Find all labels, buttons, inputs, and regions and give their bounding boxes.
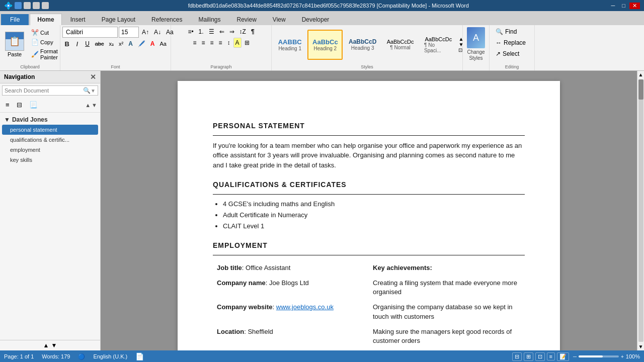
nav-close-btn[interactable]: ✕ [90,73,96,81]
scroll-down-btn[interactable]: ▼ [637,343,644,350]
tab-view[interactable]: View [265,14,293,25]
nav-controls[interactable]: ✕ [90,73,96,81]
strikethrough-btn[interactable]: abc [93,39,106,49]
align-left-btn[interactable]: ≡ [191,38,198,48]
scroll-up-btn[interactable]: ▲ [637,71,644,78]
scroll-thumb[interactable] [638,79,643,100]
multilevel-btn[interactable]: ☰ [207,27,216,37]
sort-btn[interactable]: ↕Z [237,27,248,37]
style-heading1[interactable]: AABBC Heading 1 [274,30,306,60]
replace-button[interactable]: ↔ Replace [492,38,530,48]
style-heading3[interactable]: AaBbCcD Heading 3 [344,30,381,60]
superscript-btn[interactable]: x² [117,39,125,49]
nav-search-box[interactable]: 🔍 ▼ [2,85,98,96]
outline-view-btn[interactable]: ≡ [547,352,555,360]
nav-item-qualifications[interactable]: qualifications & certific... [2,135,98,145]
window-controls[interactable]: ─ □ ✕ [608,3,640,9]
cut-button[interactable]: ✂️ Cut [29,29,60,37]
zoom-in-btn[interactable]: + [621,354,624,359]
nav-view-headings[interactable]: ≡ [3,100,12,110]
nav-scroll-btns[interactable]: ▲ ▼ [0,340,100,350]
underline-button[interactable]: U [83,39,92,49]
change-styles-button[interactable]: A ChangeStyles [463,25,490,70]
zoom-slider[interactable] [579,355,619,357]
styles-scroll[interactable]: ▲ ▼ ⊡ [458,36,463,53]
paste-button[interactable]: 📋 Paste [2,31,27,58]
layout-view-icon[interactable]: 📄 [135,352,144,360]
print-layout-btn[interactable]: ⊟ [512,352,522,361]
nav-item-employment[interactable]: employment [2,145,98,155]
nav-view-pages[interactable]: ⊟ [14,100,25,110]
copy-button[interactable]: 📄 Copy [29,38,60,46]
nav-down-arrow[interactable]: ▼ [92,102,97,108]
tab-file[interactable]: File [1,14,29,25]
italic-button[interactable]: I [72,39,82,49]
tab-references[interactable]: References [144,14,190,25]
nav-scroll-up-btn[interactable]: ▲ [43,342,49,349]
numbering-btn[interactable]: 1. [197,27,206,37]
nav-item-key-skills[interactable]: key skills [2,155,98,165]
tab-mailings[interactable]: Mailings [191,14,228,25]
select-button[interactable]: ↗ Select [492,49,523,59]
search-input[interactable] [5,87,83,94]
draft-view-btn[interactable]: 📝 [557,352,569,361]
style-heading2[interactable]: AaBbCc Heading 2 [307,30,343,60]
scroll-track[interactable] [638,79,643,342]
editing-group: 🔍 Find ↔ Replace ↗ Select Editing [490,25,535,70]
style-nospace[interactable]: AaBbCcDc ¶ No Spaci... [420,30,457,60]
word-count: Words: 179 [42,353,70,359]
nav-author-header[interactable]: ▼ David Jones [2,115,98,125]
decrease-indent-btn[interactable]: ⇐ [217,27,226,37]
style-normal[interactable]: AaBbCcDc ¶ Normal [382,30,418,60]
increase-indent-btn[interactable]: ⇒ [227,27,236,37]
tab-home[interactable]: Home [30,14,61,25]
subscript-btn[interactable]: x₂ [107,39,116,49]
company-website-link[interactable]: www.joeblogs.co.uk [276,303,334,311]
web-layout-btn[interactable]: ⊡ [535,352,545,361]
tab-insert[interactable]: Insert [63,14,93,25]
font-grow-btn[interactable]: A↑ [140,27,151,37]
borders-btn[interactable]: ⊞ [243,38,252,48]
nav-up-arrow[interactable]: ▲ [85,102,91,108]
nav-scroll-down-btn[interactable]: ▼ [51,342,57,349]
styles-group: AABBC Heading 1 AaBbCc Heading 2 AaBbCcD… [272,25,463,70]
font-shrink-btn[interactable]: A↓ [152,27,163,37]
tab-developer[interactable]: Developer [294,14,337,25]
minimize-btn[interactable]: ─ [608,3,618,9]
font-name-input[interactable] [62,27,118,38]
proofing-icon[interactable]: 🔵 [78,353,85,360]
zoom-bar[interactable]: ─ + 100% [573,353,640,359]
nav-item-personal-statement[interactable]: personal statement [2,125,98,135]
search-dropdown-icon[interactable]: ▼ [91,88,96,94]
char-spacing-btn[interactable]: Aa [158,39,169,49]
show-hide-btn[interactable]: ¶ [249,27,257,37]
tab-review[interactable]: Review [229,14,264,25]
employment-row-title: Job title: Office Assistant Key achievem… [213,260,525,276]
align-right-btn[interactable]: ≡ [208,38,215,48]
full-screen-btn[interactable]: ⊞ [524,352,533,361]
vertical-scrollbar[interactable]: ▲ ▼ [637,71,644,350]
font-color-btn[interactable]: A [148,39,157,49]
justify-btn[interactable]: ≡ [217,38,224,48]
highlight-btn[interactable]: 🖊️ [136,39,147,49]
maximize-btn[interactable]: □ [619,3,628,9]
format-painter-button[interactable]: 🖌️ Format Painter [29,48,60,61]
employment-heading: EMPLOYMENT [213,241,525,251]
status-bar: Page: 1 of 1 Words: 179 🔵 English (U.K.)… [0,350,644,362]
font-size-input[interactable] [119,27,139,38]
nav-view-results[interactable]: 📃 [27,100,40,110]
search-icon[interactable]: 🔍 [83,87,91,94]
shading-btn[interactable]: A [233,38,242,48]
find-button[interactable]: 🔍 Find [492,27,521,37]
line-spacing-btn[interactable]: ↕ [225,38,232,48]
language[interactable]: English (U.K.) [93,353,127,359]
zoom-out-btn[interactable]: ─ [573,354,577,359]
bold-button[interactable]: B [62,39,71,49]
bullets-btn[interactable]: ≡• [186,27,195,37]
close-btn[interactable]: ✕ [629,3,640,9]
view-buttons[interactable]: ⊟ ⊞ ⊡ ≡ 📝 [512,352,569,361]
align-center-btn[interactable]: ≡ [199,38,207,48]
text-effects-btn[interactable]: A [126,39,135,49]
nav-arrows[interactable]: ▲ ▼ [85,102,97,108]
tab-page-layout[interactable]: Page Layout [94,14,143,25]
